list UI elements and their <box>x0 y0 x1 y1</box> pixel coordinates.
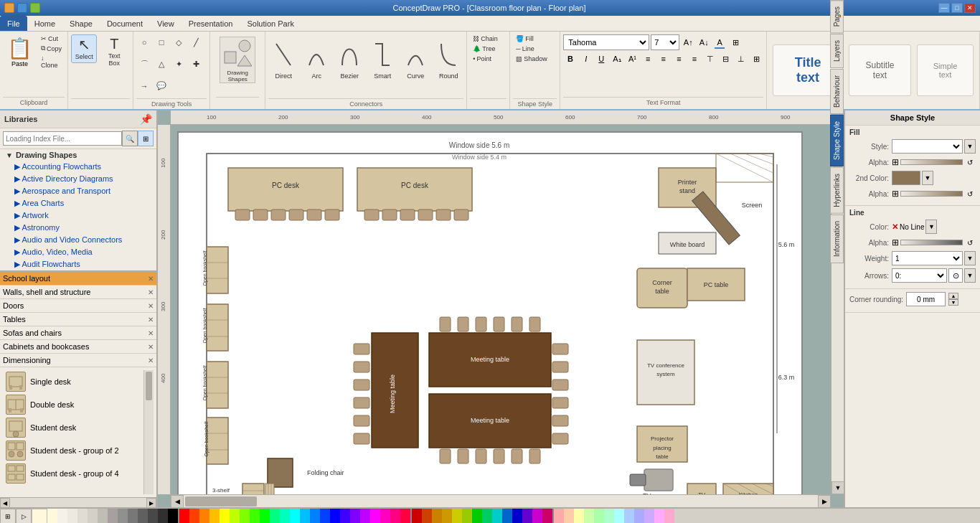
library-search-input[interactable] <box>3 131 122 146</box>
category-cabinets[interactable]: Cabinets and bookcases ✕ <box>0 340 156 354</box>
size-select[interactable]: 7 <box>651 34 679 50</box>
color-green3[interactable] <box>482 509 492 524</box>
walls-close[interactable]: ✕ <box>148 288 154 296</box>
color-cyan[interactable] <box>290 509 300 524</box>
dimensioning-close[interactable]: ✕ <box>148 357 154 364</box>
subscript-button[interactable]: A₁ <box>610 52 624 66</box>
line-weight-select[interactable]: 1 <box>892 251 963 265</box>
menu-home[interactable]: Home <box>27 16 62 31</box>
fill-alpha-refresh[interactable]: ↺ <box>964 156 976 168</box>
fill-2nd-color-dropdown[interactable]: ▼ <box>922 171 933 185</box>
fill-alpha2-refresh[interactable]: ↺ <box>964 188 976 199</box>
color-dark-red[interactable] <box>412 509 422 524</box>
fill-style-dropdown[interactable]: ▼ <box>964 139 976 154</box>
font-select[interactable]: Tahoma <box>563 34 649 50</box>
round-button[interactable]: Round <box>433 34 463 82</box>
color-yellow[interactable] <box>220 509 230 524</box>
color-cell-0[interactable] <box>32 509 47 524</box>
grow-font-button[interactable]: A↑ <box>681 35 695 50</box>
bezier-button[interactable]: Bezier <box>334 34 364 82</box>
color-amber[interactable] <box>209 509 220 524</box>
fill-alpha2-slider[interactable] <box>900 191 963 197</box>
category-dimensioning[interactable]: Dimensioning ✕ <box>0 354 156 367</box>
align-center-button[interactable]: ≡ <box>656 52 671 66</box>
tree-button[interactable]: 🌲 Tree <box>470 44 498 53</box>
color-cell-g5[interactable] <box>128 509 138 524</box>
line-color-dropdown[interactable]: ▼ <box>925 220 937 234</box>
dt-diamond[interactable]: ◇ <box>171 34 187 50</box>
shadow-button[interactable]: ▧ Shadow <box>513 55 550 63</box>
fill-alpha-slider[interactable] <box>900 159 963 165</box>
color-spring[interactable] <box>270 509 280 524</box>
shape-double-desk[interactable]: Double desk <box>3 393 143 416</box>
doors-close[interactable]: ✕ <box>148 302 154 310</box>
color-violet[interactable] <box>350 509 360 524</box>
underline-button[interactable]: U <box>595 52 609 66</box>
palette-btn-2[interactable]: ▷ <box>16 509 32 524</box>
color-light-pink[interactable] <box>654 509 664 524</box>
color-orange[interactable] <box>199 509 209 524</box>
color-blue4[interactable] <box>512 509 522 524</box>
dt-arc[interactable]: ⌒ <box>136 56 152 72</box>
tree-item-artwork[interactable]: ▶ Artwork <box>0 209 156 222</box>
category-doors[interactable]: Doors ✕ <box>0 299 156 313</box>
color-cell-b1[interactable] <box>148 509 158 524</box>
fill-button[interactable]: 🪣 Fill <box>513 34 537 43</box>
fill-style-select[interactable] <box>892 139 963 154</box>
color-peach[interactable] <box>564 509 574 524</box>
color-indigo[interactable] <box>340 509 350 524</box>
shape-single-desk[interactable]: Single desk <box>3 370 143 393</box>
menu-solution-park[interactable]: Solution Park <box>240 16 301 31</box>
canvas-area[interactable]: 100 200 300 400 500 600 700 800 900 100 … <box>158 110 844 507</box>
color-light-yellow[interactable] <box>574 509 584 524</box>
menu-view[interactable]: View <box>150 16 182 31</box>
tree-item-drawing-shapes[interactable]: ▼ Drawing Shapes <box>0 149 156 161</box>
tree-item-audio-video[interactable]: ▶ Audio and Video Connectors <box>0 234 156 246</box>
shrink-font-button[interactable]: A↓ <box>697 35 711 50</box>
color-lime[interactable] <box>240 509 250 524</box>
color-mint2[interactable] <box>604 509 614 524</box>
tree-item-audit[interactable]: ▶ Audit Flowcharts <box>0 258 156 270</box>
cabinets-close[interactable]: ✕ <box>148 343 154 351</box>
color-lilac[interactable] <box>644 509 654 524</box>
color-dark-magenta[interactable] <box>532 509 542 524</box>
color-dark-blue[interactable] <box>330 509 340 524</box>
category-tables[interactable]: Tables ✕ <box>0 313 156 326</box>
bold-button[interactable]: B <box>563 52 578 66</box>
color-cell-w1[interactable] <box>47 509 57 524</box>
color-red[interactable] <box>179 509 189 524</box>
align-right-button[interactable]: ≡ <box>672 52 687 66</box>
pin-button[interactable]: 📌 <box>140 113 152 125</box>
font-color-button[interactable]: A <box>712 35 727 50</box>
curve-button[interactable]: Curve <box>400 34 430 82</box>
information-tab[interactable]: Information <box>830 215 844 263</box>
horizontal-scrollbar[interactable]: ◀ ▶ <box>171 494 831 507</box>
color-mint[interactable] <box>594 509 604 524</box>
color-teal[interactable] <box>492 509 502 524</box>
color-cell-b3[interactable] <box>168 509 178 524</box>
shape-style-tab[interactable]: Shape Style <box>830 115 844 166</box>
tree-item-accounting[interactable]: ▶ Accounting Flowcharts <box>0 161 156 173</box>
corner-rounding-input[interactable] <box>906 292 946 306</box>
shapes-scrollbar[interactable] <box>143 370 154 494</box>
menu-document[interactable]: Document <box>100 16 150 31</box>
align-middle-button[interactable]: ⊟ <box>718 52 732 66</box>
color-light-blue[interactable] <box>624 509 634 524</box>
color-purple2[interactable] <box>522 509 532 524</box>
smart-button[interactable]: Smart <box>367 34 397 82</box>
tree-item-aerospace[interactable]: ▶ Aerospace and Transport <box>0 185 156 197</box>
color-lavender[interactable] <box>634 509 644 524</box>
menu-presentation[interactable]: Presentation <box>182 16 240 31</box>
canvas-viewport[interactable]: Window side 5.6 m Window side 5.4 m PC d… <box>171 125 831 494</box>
layers-tab[interactable]: Layers <box>830 34 844 68</box>
view-toggle-button[interactable]: ⊞ <box>138 131 154 146</box>
superscript-button[interactable]: A¹ <box>626 52 640 66</box>
drawing-shapes-button[interactable]: Drawing Shapes <box>216 34 259 85</box>
tree-item-area-charts[interactable]: ▶ Area Charts <box>0 197 156 209</box>
copy-button[interactable]: ⧉ Copy <box>38 44 65 53</box>
hscroll-left[interactable]: ◀ <box>0 498 10 507</box>
line-button[interactable]: ─ Line <box>513 44 537 53</box>
color-blue[interactable] <box>310 509 320 524</box>
color-cell-w3[interactable] <box>67 509 77 524</box>
color-cell-g1[interactable] <box>88 509 98 524</box>
